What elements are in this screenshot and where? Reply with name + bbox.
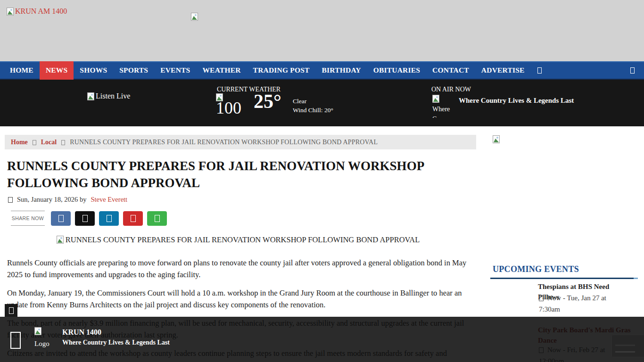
- share-sharethis-button[interactable]: [147, 211, 167, 226]
- breadcrumb-home-link[interactable]: Home: [11, 139, 28, 146]
- event-date: Now - Tue, Jan 27 at 7:30am: [539, 292, 627, 315]
- sidebar-ad-broken-image-icon[interactable]: [493, 135, 500, 143]
- broken-image-icon: [87, 92, 94, 100]
- wind-chill-text: Wind Chill: 20°: [293, 106, 333, 115]
- article-image-broken: RUNNELS COUNTY PREPARES FOR JAIL RENOVAT…: [0, 235, 476, 245]
- share-row: SHARE NOW: [11, 211, 167, 226]
- calendar-icon: [8, 197, 13, 203]
- breadcrumb: Home Local RUNNELS COUNTY PREPARES FOR J…: [5, 135, 476, 149]
- sharethis-icon: [155, 215, 160, 222]
- menu-icon[interactable]: [630, 61, 635, 79]
- events-heading-rule: [490, 278, 638, 279]
- player-collapse-button[interactable]: [5, 304, 17, 317]
- x-twitter-icon: [83, 215, 88, 222]
- weather-icon: 100: [216, 93, 243, 124]
- nav-item-contact[interactable]: CONTACT: [426, 61, 475, 80]
- listen-live-link[interactable]: Listen Live: [87, 92, 130, 100]
- condition-text: Clear: [293, 97, 333, 106]
- listen-live-label: Listen Live: [96, 92, 130, 100]
- nav-item-obituaries[interactable]: OBITUARIES: [367, 61, 426, 80]
- on-air-image-alt-text: Where C: [432, 106, 450, 118]
- breadcrumb-local-link[interactable]: Local: [41, 139, 57, 146]
- play-button[interactable]: [10, 332, 21, 349]
- share-pinterest-button[interactable]: [123, 211, 143, 226]
- nav-item-trading-post[interactable]: TRADING POST: [247, 61, 316, 80]
- nav-item-shows[interactable]: SHOWS: [74, 61, 113, 80]
- weather-conditions: Clear Wind Chill: 20°: [293, 97, 333, 115]
- weather-icon-alt-text: 100: [216, 99, 241, 117]
- article-author-link[interactable]: Steve Everett: [91, 196, 127, 204]
- upcoming-events-heading: UPCOMING EVENTS: [493, 264, 579, 274]
- station-logo-link[interactable]: KRUN AM 1400: [7, 7, 67, 16]
- player-station-logo-broken: Logo station: [34, 325, 58, 354]
- linkedin-icon: [107, 215, 112, 222]
- breadcrumb-current-page: RUNNELS COUNTY PREPARES FOR JAIL RENOVAT…: [70, 139, 378, 146]
- on-air-show-title: Where Country Lives & Legends Last: [459, 97, 574, 105]
- broken-image-icon: [216, 93, 223, 101]
- share-facebook-button[interactable]: [51, 211, 71, 226]
- article-paragraph: On Monday, January 19, the Commissioners…: [7, 288, 475, 311]
- article-image-alt-text: RUNNELS COUNTY PREPARES FOR JAIL RENOVAT…: [66, 235, 420, 244]
- article-date: Sun, January 18, 2026 by: [17, 196, 86, 204]
- article-paragraph: Runnels County officials are preparing t…: [7, 257, 475, 280]
- header-banner-broken-image-icon: [191, 13, 198, 21]
- share-x-twitter-button[interactable]: [75, 211, 95, 226]
- nav-item-advertise[interactable]: ADVERTISE: [475, 61, 531, 80]
- broken-image-icon: [57, 236, 64, 244]
- breadcrumb-separator-icon: [33, 139, 36, 146]
- collapse-icon: [9, 307, 14, 314]
- share-linkedin-button[interactable]: [99, 211, 119, 226]
- nav-item-birthday[interactable]: BIRTHDAY: [316, 61, 367, 80]
- player-station-tagline: Where Country Lives & Legends Last: [62, 339, 170, 346]
- broken-image-icon: [432, 95, 439, 103]
- site-header: KRUN AM 1400: [0, 0, 644, 61]
- breadcrumb-separator-icon: [61, 139, 65, 146]
- nav-item-events[interactable]: EVENTS: [154, 61, 196, 80]
- broken-image-icon: [34, 327, 41, 335]
- recaptcha-badge[interactable]: [611, 335, 644, 357]
- article-title: RUNNELS COUNTY PREPARES FOR JAIL RENOVAT…: [7, 157, 441, 191]
- player-station-name: KRUN 1400: [62, 328, 101, 337]
- nav-item-sports[interactable]: SPORTS: [113, 61, 154, 80]
- calendar-icon: [539, 296, 544, 301]
- facebook-icon: [58, 215, 64, 222]
- page: KRUN AM 1400 HOME NEWS SHOWS SPORTS EVEN…: [0, 0, 644, 362]
- article-meta: Sun, January 18, 2026 by Steve Everett: [8, 196, 127, 204]
- main-navbar: HOME NEWS SHOWS SPORTS EVENTS WEATHER TR…: [0, 61, 644, 80]
- search-icon[interactable]: [531, 61, 548, 80]
- nav-item-news[interactable]: NEWS: [40, 61, 74, 80]
- temperature-value: 25°: [254, 90, 281, 113]
- nav-list: HOME NEWS SHOWS SPORTS EVENTS WEATHER TR…: [0, 61, 644, 80]
- nav-item-home[interactable]: HOME: [4, 61, 40, 80]
- on-air-show-image: Where C: [432, 94, 454, 118]
- pinterest-icon: [131, 215, 136, 222]
- share-now-label: SHARE NOW: [11, 211, 45, 226]
- info-bar: Listen Live CURRENT WEATHER 100 25° Clea…: [0, 80, 644, 126]
- station-logo-alt-text: KRUN AM 1400: [15, 7, 67, 16]
- nav-item-weather[interactable]: WEATHER: [196, 61, 247, 80]
- player-logo-alt-text: Logo station: [34, 340, 53, 354]
- audio-player-bar: Logo station KRUN 1400 Where Country Liv…: [0, 317, 644, 362]
- broken-image-icon: [7, 8, 14, 16]
- on-air-now-heading: ON AIR NOW: [431, 86, 471, 93]
